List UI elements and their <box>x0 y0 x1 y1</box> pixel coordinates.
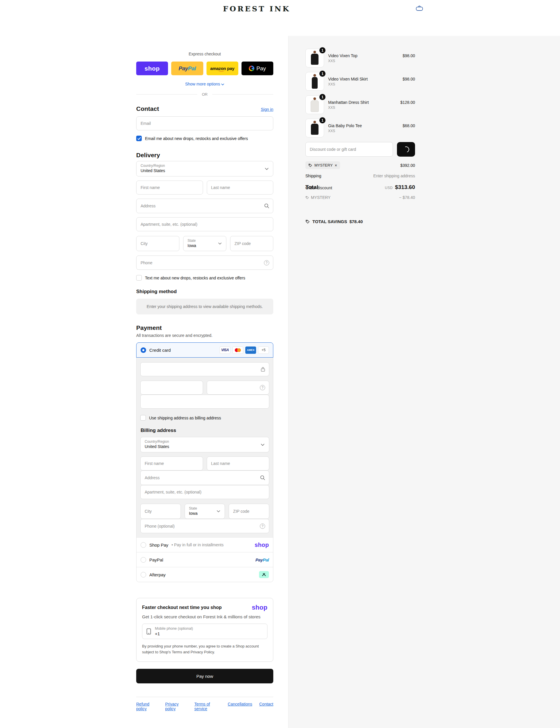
store-logo[interactable]: FOREST INK <box>223 5 291 13</box>
phone-input[interactable] <box>137 256 273 269</box>
tag-icon <box>305 196 309 199</box>
apartment-input[interactable] <box>137 218 273 231</box>
chevron-down-icon <box>218 242 222 245</box>
billing-city-input[interactable] <box>141 504 181 519</box>
shop-terms-link[interactable]: Terms <box>172 650 182 654</box>
checkbox-unchecked-icon[interactable] <box>136 275 142 281</box>
total-amount: $313.60 <box>395 184 415 190</box>
billing-last-name-input[interactable] <box>207 457 269 470</box>
shop-pay-express-button[interactable]: shop <box>136 62 168 75</box>
footer-link-cancellations[interactable]: Cancellations <box>228 702 252 711</box>
product-variant: XXS <box>328 129 415 133</box>
radio-selected-icon[interactable] <box>141 347 146 353</box>
delivery-heading: Delivery <box>136 152 160 159</box>
shipping-method-notice: Enter your shipping address to view avai… <box>136 299 273 314</box>
footer-link-contact[interactable]: Contact <box>259 702 273 711</box>
product-price: $98.00 <box>403 53 415 58</box>
radio-unselected-icon[interactable] <box>141 542 146 548</box>
product-photo-detail <box>311 124 319 135</box>
product-image: 1 <box>305 95 324 114</box>
state-select-value: Iowa <box>188 243 222 248</box>
header: FOREST INK <box>0 0 560 36</box>
total-savings-label: TOTAL SAVINGS <box>312 219 347 224</box>
cart-icon[interactable] <box>415 5 423 12</box>
footer-link-terms[interactable]: Terms of service <box>194 702 221 711</box>
google-pay-express-button[interactable]: Pay <box>241 62 273 75</box>
express-checkout-label: Express checkout <box>136 52 273 56</box>
footer-link-refund[interactable]: Refund policy <box>136 702 158 711</box>
billing-zip-input[interactable] <box>229 504 269 519</box>
billing-same-label: Use shipping address as billing address <box>149 416 221 420</box>
billing-first-name-input[interactable] <box>141 457 203 470</box>
help-icon[interactable]: ? <box>260 385 265 390</box>
amazon-pay-express-button[interactable]: amazon pay <box>207 62 238 75</box>
billing-same-checkbox-row[interactable]: Use shipping address as billing address <box>140 415 269 421</box>
checkout-form: Express checkout shop PayPal amazon pay … <box>136 36 273 723</box>
shop-privacy-link[interactable]: Privacy Policy <box>190 650 214 654</box>
discount-name: MYSTERY <box>311 195 330 200</box>
state-select-label: State <box>188 239 222 243</box>
address-input[interactable] <box>137 199 273 213</box>
billing-state-select[interactable]: State Iowa <box>185 504 225 519</box>
sms-marketing-label: Text me about new drops, restocks and ex… <box>145 276 245 280</box>
zip-input[interactable] <box>230 236 273 251</box>
sign-in-link[interactable]: Sign in <box>261 107 273 112</box>
discount-code-input[interactable] <box>305 142 393 157</box>
billing-apartment-input[interactable] <box>141 485 269 499</box>
order-summary: 1 Video Vixen Top $98.00 XXS 1 Video Vix… <box>288 36 560 728</box>
paypal-logo: PayPal <box>255 557 269 562</box>
footer: Refund policy Privacy policy Terms of se… <box>136 697 273 723</box>
payment-methods: Credit card VISA AMEX +5 ? <box>136 342 273 582</box>
payment-subheading: All transactions are secure and encrypte… <box>136 333 273 338</box>
radio-unselected-icon[interactable] <box>141 572 146 577</box>
email-marketing-label: Email me about new drops, restocks and e… <box>145 136 248 141</box>
help-icon[interactable]: ? <box>264 260 269 265</box>
first-name-input[interactable] <box>137 181 203 194</box>
paypal-option[interactable]: PayPal PayPal <box>137 552 273 567</box>
mobile-phone-field[interactable]: Mobile phone (optional) +1 <box>142 624 267 639</box>
checkbox-checked-icon[interactable] <box>136 136 142 141</box>
card-name-input[interactable] <box>141 395 269 408</box>
credit-card-option[interactable]: Credit card VISA AMEX +5 <box>136 342 273 358</box>
shop-pay-option-label: Shop Pay <box>149 543 168 547</box>
card-number-input[interactable] <box>141 363 269 376</box>
pay-now-button[interactable]: Pay now <box>136 669 273 683</box>
product-photo-detail <box>314 97 316 100</box>
afterpay-option[interactable]: Afterpay <box>137 567 273 582</box>
radio-unselected-icon[interactable] <box>141 557 146 563</box>
discount-amount: − $78.40 <box>399 195 415 200</box>
card-expiry-input[interactable] <box>141 381 203 394</box>
shop-pay-option[interactable]: Shop Pay • Pay in full or in installment… <box>137 537 273 552</box>
billing-country-select[interactable]: Country/Region United States <box>140 437 269 452</box>
cart-item: 1 Video Vixen Top $98.00 XXS <box>305 49 415 67</box>
credit-card-label: Credit card <box>149 348 216 353</box>
total-label: Total <box>305 184 318 190</box>
billing-address-heading: Billing address <box>140 428 269 433</box>
email-marketing-checkbox-row[interactable]: Email me about new drops, restocks and e… <box>136 136 273 141</box>
sms-marketing-checkbox-row[interactable]: Text me about new drops, restocks and ex… <box>136 275 273 281</box>
state-select[interactable]: State Iowa <box>183 236 226 251</box>
last-name-input[interactable] <box>207 181 273 194</box>
afterpay-logo <box>259 571 269 578</box>
checkbox-unchecked-icon[interactable] <box>140 415 146 421</box>
billing-address-input[interactable] <box>141 471 269 485</box>
product-image: 1 <box>305 119 324 137</box>
total-savings-row: TOTAL SAVINGS $78.40 <box>305 219 415 224</box>
footer-link-privacy[interactable]: Privacy policy <box>165 702 187 711</box>
city-input[interactable] <box>137 236 179 251</box>
help-icon[interactable]: ? <box>260 524 265 529</box>
country-select[interactable]: Country/Region United States <box>136 161 273 176</box>
billing-phone-input[interactable] <box>141 519 269 533</box>
paypal-express-button[interactable]: PayPal <box>171 62 203 75</box>
apply-discount-button[interactable] <box>397 142 415 157</box>
remove-discount-icon[interactable]: × <box>335 163 337 167</box>
lock-icon <box>261 367 265 372</box>
amazon-smile-icon <box>218 69 225 72</box>
product-name: Video Vixen Top <box>328 53 357 58</box>
total-row: Order discount Total USD $313.60 <box>305 184 415 192</box>
shop-terms-text: By providing your phone number, you agre… <box>142 643 267 655</box>
shop-box-title: Faster checkout next time you shop <box>142 605 222 610</box>
product-photo-detail <box>311 54 319 65</box>
show-more-options-link[interactable]: Show more options <box>185 82 225 86</box>
email-input[interactable] <box>137 117 273 130</box>
